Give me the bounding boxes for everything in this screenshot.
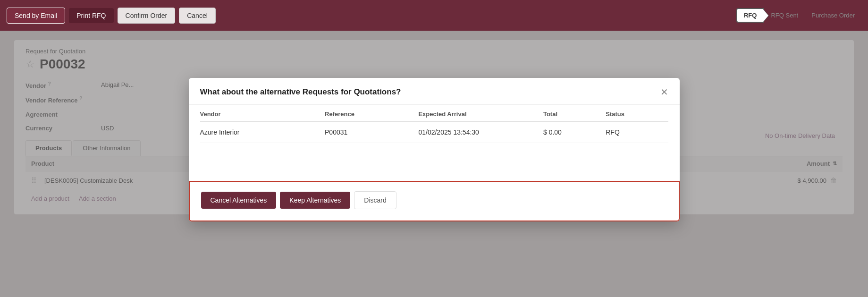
cancel-alternatives-button[interactable]: Cancel Alternatives bbox=[201, 192, 277, 209]
status-rfq: RFQ bbox=[736, 8, 764, 23]
modal-body: Vendor Reference Expected Arrival Total … bbox=[189, 105, 680, 181]
col-vendor: Vendor bbox=[200, 110, 325, 118]
modal-footer: Cancel Alternatives Keep Alternatives Di… bbox=[189, 181, 680, 221]
send-email-button[interactable]: Send by Email bbox=[7, 8, 65, 24]
cancel-button[interactable]: Cancel bbox=[179, 8, 216, 24]
table-row: Azure Interior P00031 01/02/2025 13:54:3… bbox=[200, 122, 668, 143]
row-reference: P00031 bbox=[325, 128, 418, 136]
row-total: $ 0.00 bbox=[543, 128, 606, 136]
confirm-order-button[interactable]: Confirm Order bbox=[118, 8, 176, 24]
row-expected-arrival: 01/02/2025 13:54:30 bbox=[418, 128, 543, 136]
status-bar: RFQ RFQ Sent Purchase Order bbox=[736, 8, 861, 23]
col-reference: Reference bbox=[325, 110, 418, 118]
row-status: RFQ bbox=[606, 128, 668, 136]
toolbar: Send by Email Print RFQ Confirm Order Ca… bbox=[0, 0, 868, 31]
modal-dialog: What about the alternative Requests for … bbox=[189, 78, 680, 221]
discard-button[interactable]: Discard bbox=[354, 191, 396, 209]
status-rfq-sent: RFQ Sent bbox=[764, 9, 805, 22]
col-status: Status bbox=[606, 110, 668, 118]
keep-alternatives-button[interactable]: Keep Alternatives bbox=[280, 192, 350, 209]
modal-empty-space bbox=[200, 143, 668, 181]
col-total: Total bbox=[543, 110, 606, 118]
print-rfq-button[interactable]: Print RFQ bbox=[69, 8, 113, 23]
status-purchase-order: Purchase Order bbox=[805, 9, 861, 22]
modal-table-header: Vendor Reference Expected Arrival Total … bbox=[200, 105, 668, 122]
modal-overlay: What about the alternative Requests for … bbox=[0, 31, 868, 297]
rfq-label: RFQ bbox=[744, 12, 757, 19]
modal-title: What about the alternative Requests for … bbox=[200, 87, 401, 97]
modal-header: What about the alternative Requests for … bbox=[189, 78, 680, 105]
modal-close-button[interactable]: ✕ bbox=[660, 87, 668, 97]
col-expected-arrival: Expected Arrival bbox=[418, 110, 543, 118]
row-vendor: Azure Interior bbox=[200, 128, 325, 136]
